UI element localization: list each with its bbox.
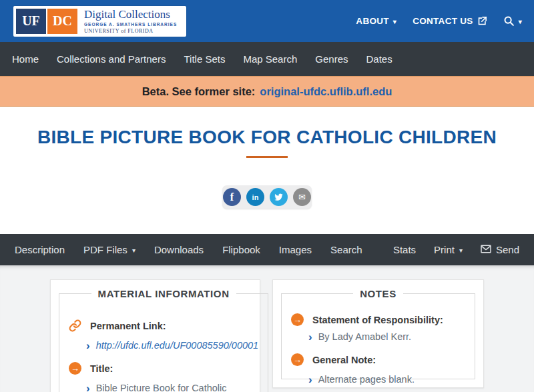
toolbar-downloads[interactable]: Downloads — [154, 244, 204, 255]
chevron-down-icon: ▾ — [393, 19, 396, 25]
notes-heading: NOTES — [353, 288, 403, 299]
toolbar-print[interactable]: Print ▾ — [434, 244, 463, 255]
circle-arrow-icon: → — [291, 313, 304, 326]
permanent-link-label: Permanent Link: — [90, 321, 166, 331]
general-note-field: → General Note: › Alternate pages blank. — [291, 353, 465, 385]
chevron-right-icon: › — [86, 383, 90, 392]
permanent-link-field: Permanent Link: › http://ufdc.ufl.edu/UF… — [69, 319, 258, 351]
statement-of-responsibility-field: → Statement of Responsibility: › By Lady… — [291, 313, 465, 342]
toolbar-stats[interactable]: Stats — [393, 244, 416, 255]
uf-logo-square: UF — [16, 9, 46, 34]
statement-value: By Lady Amabel Kerr. — [318, 331, 411, 342]
item-metadata-section: MATERIAL INFORMATION Permanent Link: › — [0, 265, 534, 392]
external-link-icon — [477, 16, 487, 26]
logo-organization: UNIVERSITY of FLORIDA — [84, 28, 177, 34]
circle-arrow-icon: → — [69, 362, 81, 375]
toolbar-downloads-label: Downloads — [154, 244, 204, 255]
chevron-right-icon: › — [308, 331, 312, 343]
chain-link-icon — [69, 319, 81, 332]
title-value: Bible Picture Book for Catholic Children — [96, 383, 258, 392]
ufdc-logo[interactable]: UF DC Digital Collections GEORGE A. SMAT… — [13, 6, 186, 37]
statement-value-row: › By Lady Amabel Kerr. — [291, 331, 465, 342]
linkedin-share-icon[interactable]: in — [246, 188, 264, 206]
toolbar-description-label: Description — [15, 244, 65, 255]
title-value-row: › Bible Picture Book for Catholic Childr… — [69, 382, 258, 392]
nav-item-collections-and-partners[interactable]: Collections and Partners — [57, 53, 166, 65]
chevron-right-icon: › — [308, 374, 312, 385]
nav-item-title-sets[interactable]: Title Sets — [184, 53, 225, 65]
chevron-right-icon: › — [86, 340, 90, 351]
search-menu[interactable]: ▾ — [503, 15, 522, 27]
site-header: UF DC Digital Collections GEORGE A. SMAT… — [0, 0, 534, 42]
social-share-bar: f in ✉ — [222, 185, 312, 209]
toolbar-images-label: Images — [279, 244, 312, 255]
logo-subtitle: GEORGE A. SMATHERS LIBRARIES — [84, 22, 177, 27]
email-share-icon[interactable]: ✉ — [293, 188, 311, 206]
main-nav: Home Collections and Partners Title Sets… — [0, 42, 534, 76]
chevron-down-icon: ▾ — [132, 247, 136, 254]
material-information-box: MATERIAL INFORMATION Permanent Link: › — [59, 288, 268, 392]
item-toolbar: Description PDF Files ▾ Downloads Flipbo… — [0, 234, 534, 265]
envelope-icon — [481, 244, 491, 255]
general-note-value: Alternate pages blank. — [318, 374, 415, 385]
notes-box: NOTES → Statement of Responsibility: › B… — [281, 288, 475, 379]
general-note-label-row: → General Note: — [291, 353, 465, 366]
material-information-heading: MATERIAL INFORMATION — [91, 288, 236, 299]
title-field: → Title: › Bible Picture Book for Cathol… — [69, 362, 258, 392]
toolbar-search-label: Search — [330, 244, 362, 255]
toolbar-print-label: Print — [434, 244, 455, 255]
about-menu-label: ABOUT — [356, 16, 389, 26]
nav-item-genres[interactable]: Genres — [315, 53, 348, 65]
toolbar-flipbook-label: Flipbook — [222, 244, 260, 255]
logo-title: Digital Collections — [84, 9, 177, 21]
former-site-link[interactable]: original-ufdc.uflib.ufl.edu — [260, 85, 392, 98]
notes-card: NOTES → Statement of Responsibility: › B… — [272, 279, 484, 388]
permanent-link-value-row: › http://ufdc.ufl.edu/UF00085590/00001 — [69, 339, 258, 351]
toolbar-right-group: Stats Print ▾ Send — [393, 244, 519, 255]
twitter-share-icon[interactable] — [270, 188, 288, 206]
page-title: BIBLE PICTURE BOOK FOR CATHOLIC CHILDREN — [0, 127, 534, 147]
toolbar-pdf-files[interactable]: PDF Files ▾ — [83, 244, 136, 255]
toolbar-pdf-files-label: PDF Files — [83, 244, 127, 255]
nav-item-map-search[interactable]: Map Search — [243, 53, 297, 65]
title-label: Title: — [90, 363, 113, 374]
statement-label: Statement of Responsibility: — [312, 315, 443, 325]
toolbar-send-label: Send — [496, 244, 519, 255]
dc-logo-square: DC — [47, 9, 77, 34]
material-information-card: MATERIAL INFORMATION Permanent Link: › — [50, 279, 260, 392]
logo-text-block: Digital Collections GEORGE A. SMATHERS L… — [77, 9, 184, 34]
toolbar-images[interactable]: Images — [279, 244, 312, 255]
title-section: BIBLE PICTURE BOOK FOR CATHOLIC CHILDREN — [0, 107, 534, 158]
toolbar-description[interactable]: Description — [15, 244, 65, 255]
about-menu[interactable]: ABOUT ▾ — [356, 16, 396, 26]
general-note-label: General Note: — [312, 355, 376, 365]
contact-us-link[interactable]: CONTACT US — [413, 16, 487, 26]
permanent-link-url[interactable]: http://ufdc.ufl.edu/UF00085590/00001 — [96, 340, 258, 351]
beta-banner-text: Beta. See former site: — [142, 85, 256, 98]
toolbar-send[interactable]: Send — [481, 244, 519, 255]
statement-label-row: → Statement of Responsibility: — [291, 313, 465, 326]
toolbar-search[interactable]: Search — [330, 244, 362, 255]
facebook-share-icon[interactable]: f — [223, 188, 241, 206]
permanent-link-label-row: Permanent Link: — [69, 319, 258, 332]
circle-arrow-icon: → — [291, 353, 304, 366]
toolbar-flipbook[interactable]: Flipbook — [222, 244, 260, 255]
nav-item-home[interactable]: Home — [12, 53, 39, 65]
ufdc-item-page: UF DC Digital Collections GEORGE A. SMAT… — [0, 0, 534, 392]
header-menu: ABOUT ▾ CONTACT US ▾ — [356, 15, 522, 27]
contact-us-label: CONTACT US — [413, 16, 473, 26]
chevron-down-icon: ▾ — [459, 247, 463, 254]
beta-banner: Beta. See former site: original-ufdc.ufl… — [0, 76, 534, 107]
general-note-value-row: › Alternate pages blank. — [291, 373, 465, 385]
nav-item-dates[interactable]: Dates — [366, 53, 392, 65]
title-label-row: → Title: — [69, 362, 258, 375]
search-icon — [503, 15, 515, 27]
chevron-down-icon: ▾ — [519, 19, 522, 25]
title-underline — [246, 156, 288, 158]
toolbar-stats-label: Stats — [393, 244, 416, 255]
